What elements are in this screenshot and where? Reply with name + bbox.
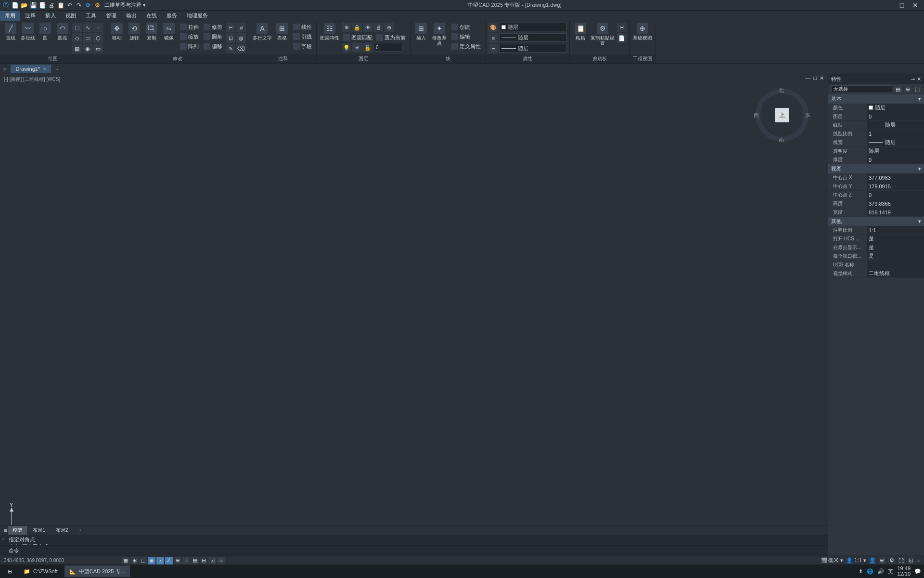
plot-icon[interactable]: 🖨: [48, 1, 55, 9]
notif-icon[interactable]: 💬: [914, 568, 921, 575]
property-row[interactable]: 线型随层: [828, 121, 924, 130]
draw-sm7[interactable]: ▦: [72, 44, 82, 53]
panel-annotate-title[interactable]: 注释: [249, 54, 316, 63]
mirror-button[interactable]: ⇋镜像: [161, 23, 177, 40]
basepoint-button[interactable]: ✦修改基点: [431, 23, 448, 46]
move-button[interactable]: ✥移动: [109, 23, 125, 40]
cy-toggle[interactable]: ≣: [217, 557, 225, 565]
draw-sm3[interactable]: ·: [93, 23, 103, 32]
status-menu-icon[interactable]: ≡: [917, 558, 920, 564]
command-input[interactable]: [23, 548, 824, 554]
paste-button[interactable]: 📋粘贴: [573, 23, 588, 40]
sr2[interactable]: ⊕: [879, 557, 886, 564]
undo-icon[interactable]: ↶: [66, 1, 74, 9]
color-dropdown[interactable]: 随层: [499, 23, 566, 31]
maximize-button[interactable]: □: [897, 1, 907, 9]
group-basic[interactable]: 基本▾: [828, 94, 924, 104]
draw-sm6[interactable]: ⬡: [93, 33, 103, 43]
vp-close-icon[interactable]: ✕: [820, 75, 824, 81]
ortho-toggle[interactable]: ∟: [139, 557, 147, 565]
property-row[interactable]: 厚度0: [828, 156, 924, 164]
property-row[interactable]: 视觉样式二维线框: [828, 269, 924, 278]
viewport-label[interactable]: [-] [俯视] [二维线框] [WCS]: [4, 76, 60, 83]
ly4[interactable]: 🖨: [373, 23, 383, 32]
qp-toggle[interactable]: ⊟: [200, 557, 207, 565]
saveas-icon[interactable]: 📑: [38, 1, 46, 9]
layout-add[interactable]: +: [74, 526, 87, 534]
snap-toggle[interactable]: ⊞: [130, 557, 138, 565]
minimize-button[interactable]: —: [884, 1, 893, 9]
tab-common[interactable]: 常用: [0, 11, 20, 21]
arc-button[interactable]: ◠圆弧: [55, 23, 70, 40]
workspace-dropdown[interactable]: 二维草图与注释: [104, 1, 141, 9]
tray-ic3[interactable]: 🔊: [877, 568, 884, 575]
drawing-canvas[interactable]: [-] [俯视] [二维线框] [WCS] — □ ✕ 上 北 南 东 西 X …: [0, 74, 828, 555]
tab-service[interactable]: 服务: [162, 11, 182, 21]
sr4[interactable]: ⛶: [898, 557, 905, 564]
offset-button[interactable]: 偏移: [202, 42, 224, 51]
property-row[interactable]: 线型比例1: [828, 130, 924, 138]
ly3[interactable]: 👁: [363, 23, 372, 32]
leader-button[interactable]: 引线: [292, 32, 313, 41]
property-row[interactable]: 高度379.8366: [828, 199, 924, 208]
sr5[interactable]: ⊡: [908, 557, 914, 564]
tray-ic1[interactable]: ⬆: [859, 568, 863, 575]
property-row[interactable]: 打开 UCS ...是: [828, 235, 924, 243]
property-row[interactable]: 宽度816.1419: [828, 208, 924, 217]
layout-2[interactable]: 布局2: [51, 526, 73, 535]
ly7[interactable]: ☀: [352, 43, 362, 53]
property-row[interactable]: 中心点 Y179.0915: [828, 182, 924, 191]
list-icon[interactable]: ≡: [488, 33, 498, 43]
lw-toggle[interactable]: ≡: [182, 557, 190, 565]
fillet-button[interactable]: 圆角: [202, 32, 224, 41]
draw-sm2[interactable]: ∿: [83, 23, 92, 32]
attr-def-button[interactable]: 定义属性: [450, 42, 482, 51]
mod-sm3[interactable]: ⊡: [226, 33, 235, 43]
copy-icon[interactable]: 📋: [57, 1, 64, 9]
explorer-task[interactable]: 📁 C:\ZWSoft: [19, 565, 63, 577]
property-row[interactable]: 透明度随层: [828, 147, 924, 156]
zwcad-task[interactable]: 📐 中望CAD 2025 专...: [64, 565, 130, 577]
start-button[interactable]: ⊞: [3, 565, 17, 577]
line-button[interactable]: ╱直线: [3, 23, 18, 40]
tab-output[interactable]: 输出: [121, 11, 141, 21]
panel-layer-title[interactable]: 图层: [317, 54, 410, 63]
table-button[interactable]: ⊞表格: [274, 23, 290, 40]
panel-eng-title[interactable]: 工程视图: [630, 54, 655, 63]
polar-toggle[interactable]: ◉: [148, 557, 155, 565]
scale-label[interactable]: 👤 1:1 ▾: [846, 557, 866, 564]
gear-icon[interactable]: ⚙: [93, 1, 101, 9]
coordinates[interactable]: 348.4685, 369.0097, 0.0000: [4, 558, 64, 563]
units-label[interactable]: ▦ 毫米 ▾: [821, 557, 843, 564]
ly8[interactable]: 🔓: [363, 43, 372, 53]
pickadd-icon[interactable]: ⊕: [904, 85, 911, 93]
tab-online[interactable]: 在线: [141, 11, 162, 21]
new-icon[interactable]: 📄: [11, 1, 19, 9]
layer-current-button[interactable]: 置为当前: [375, 33, 407, 42]
select-obj-icon[interactable]: ⬚: [913, 85, 921, 93]
dyn-toggle[interactable]: ⊕: [174, 557, 181, 565]
selection-dropdown[interactable]: 无选择: [831, 85, 892, 93]
property-row[interactable]: 每个视口都...是: [828, 252, 924, 261]
tray-ic2[interactable]: 🌐: [867, 568, 873, 575]
circle-button[interactable]: ○圆: [38, 23, 53, 40]
ime-indicator[interactable]: 英: [888, 568, 893, 575]
command-line[interactable]: 命令:: [0, 545, 828, 556]
stretch-button[interactable]: 拉伸: [179, 23, 200, 31]
mod-sm4[interactable]: ◍: [236, 33, 246, 43]
ly2[interactable]: 🔒: [352, 23, 362, 32]
array-button[interactable]: 阵列: [179, 42, 200, 51]
group-view[interactable]: 视图▾: [828, 164, 924, 173]
sr3[interactable]: ⚙: [888, 557, 895, 564]
property-row[interactable]: 中心点 Z0: [828, 191, 924, 199]
baseview-button[interactable]: ⊕基础视图: [633, 23, 652, 40]
polyline-button[interactable]: 〰多段线: [20, 23, 36, 40]
property-row[interactable]: 注释比例1:1: [828, 226, 924, 235]
linear-dim-button[interactable]: 线性: [292, 23, 313, 31]
save-icon[interactable]: 💾: [29, 1, 37, 9]
draw-sm1[interactable]: ⬚: [72, 23, 82, 32]
mod-sm2[interactable]: ⌀: [236, 23, 246, 32]
vp-min-icon[interactable]: —: [805, 75, 810, 81]
tab-close-icon[interactable]: ×: [43, 66, 46, 72]
tab-geo[interactable]: 地理服务: [182, 11, 213, 21]
